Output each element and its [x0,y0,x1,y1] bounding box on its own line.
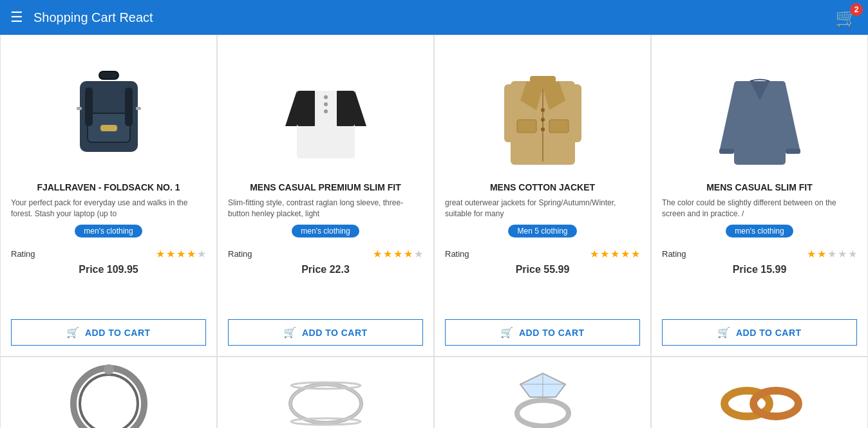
product-rating-row: Rating ★★★★★ [11,248,206,260]
product-image-placeholder [708,49,811,171]
rating-label: Rating [228,249,252,259]
product-price: Price 22.3 [301,264,350,275]
cart-btn-icon: 🛒 [500,326,514,339]
svg-rect-21 [504,84,517,142]
svg-point-36 [80,375,138,429]
star-filled: ★ [621,248,630,260]
star-rating: ★★★★★ [156,248,206,260]
add-to-cart-label: ADD TO CART [736,328,802,338]
product-rating-row: Rating ★★★★★ [228,248,423,260]
jewelry-card-2 [217,357,434,428]
product-card-4: MENS CASUAL SLIM FIT The color could be … [651,35,868,357]
product-description: The color could be slightly different be… [662,198,857,219]
product-image-placeholder [57,49,160,171]
product-category: men's clothing [75,225,142,237]
svg-point-49 [753,391,798,416]
product-image [228,46,423,174]
svg-rect-7 [136,107,141,110]
star-filled: ★ [383,248,392,260]
star-filled: ★ [156,248,165,260]
star-rating: ★★★★★ [590,248,640,260]
cart-btn-icon: 🛒 [66,326,80,339]
add-to-cart-button[interactable]: 🛒 ADD TO CART [11,319,206,346]
product-card-3: MENS COTTON JACKET great outerwear jacke… [434,35,651,357]
app-title: Shopping Cart React [33,10,835,25]
rating-label: Rating [445,249,469,259]
category-badge-row: men's clothing [11,225,206,243]
product-category: Men 5 clothing [508,225,576,237]
category-badge-row: Men 5 clothing [445,225,640,243]
rating-label: Rating [662,249,686,259]
svg-rect-25 [530,76,556,89]
add-to-cart-button[interactable]: 🛒 ADD TO CART [445,319,640,346]
cart-button[interactable]: 🛒 2 [835,7,858,28]
star-empty: ★ [197,248,206,260]
product-description: Your perfect pack for everyday use and w… [11,198,206,219]
star-empty: ★ [838,248,847,260]
product-card-1: FJALLRAVEN - FOLDSACK NO. 1 Your perfect… [0,35,217,357]
product-price: Price 15.99 [733,264,787,275]
product-image-placeholder [274,49,377,171]
add-to-cart-label: ADD TO CART [85,328,151,338]
star-rating: ★★★★★ [807,248,857,260]
cart-count: 2 [850,3,863,16]
product-title: MENS CASUAL PREMIUM SLIM FIT [250,182,401,192]
jewelry-card-4 [651,357,868,428]
star-empty: ★ [827,248,836,260]
svg-point-15 [324,102,328,106]
svg-rect-23 [517,120,536,133]
svg-point-39 [290,384,361,423]
svg-marker-10 [355,91,366,126]
add-to-cart-label: ADD TO CART [519,328,585,338]
add-to-cart-label: ADD TO CART [302,328,368,338]
svg-rect-4 [85,88,93,126]
star-filled: ★ [817,248,826,260]
product-price: Price 109.95 [79,264,138,275]
product-description: great outerwear jackets for Spring/Autum… [445,198,640,219]
svg-point-42 [517,400,569,426]
category-badge-row: men's clothing [662,225,857,243]
star-filled: ★ [393,248,402,260]
svg-rect-3 [100,125,117,131]
product-image-placeholder [491,49,594,171]
star-filled: ★ [176,248,185,260]
product-image [11,46,206,174]
jewelry-card-3 [434,357,651,428]
add-to-cart-button[interactable]: 🛒 ADD TO CART [662,319,857,346]
star-filled: ★ [807,248,816,260]
star-filled: ★ [600,248,609,260]
star-filled: ★ [610,248,619,260]
product-image [445,46,640,174]
svg-rect-34 [786,149,800,154]
svg-point-37 [104,364,114,375]
cart-btn-icon: 🛒 [717,326,731,339]
svg-point-27 [541,118,545,122]
svg-point-14 [324,95,328,99]
svg-rect-1 [99,71,118,79]
product-grid: FJALLRAVEN - FOLDSACK NO. 1 Your perfect… [0,35,868,357]
svg-marker-31 [786,84,800,152]
cart-btn-icon: 🛒 [283,326,297,339]
svg-rect-12 [335,91,355,126]
add-to-cart-button[interactable]: 🛒 ADD TO CART [228,319,423,346]
star-empty: ★ [848,248,857,260]
svg-rect-11 [297,91,316,126]
svg-rect-22 [569,84,581,142]
rating-label: Rating [11,249,35,259]
star-filled: ★ [590,248,599,260]
star-filled: ★ [187,248,196,260]
svg-point-26 [541,108,545,112]
star-filled: ★ [373,248,382,260]
product-image [662,46,857,174]
product-rating-row: Rating ★★★★★ [662,248,857,260]
svg-rect-24 [549,120,569,133]
category-badge-row: men's clothing [228,225,423,243]
star-filled: ★ [404,248,413,260]
product-price: Price 55.99 [516,264,570,275]
menu-icon[interactable]: ☰ [10,9,23,26]
svg-marker-30 [719,84,734,152]
product-category: men's clothing [726,225,793,237]
jewelry-row [0,357,868,428]
svg-point-28 [541,127,545,131]
product-title: MENS CASUAL SLIM FIT [706,182,813,192]
